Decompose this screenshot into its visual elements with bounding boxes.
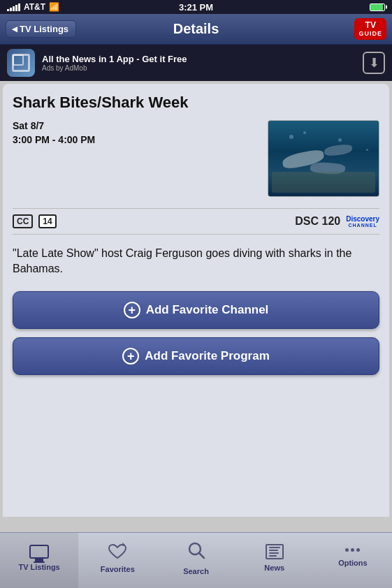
show-details: Sat 8/7 3:00 PM - 4:00 PM (13, 120, 258, 197)
tab-search-label: Search (183, 567, 209, 575)
bubble-4 (366, 149, 368, 151)
search-icon (187, 541, 206, 560)
badge-left: CC 14 (13, 214, 57, 228)
tab-bar: TV Listings + Favorites Search (0, 532, 392, 588)
news-line-4 (269, 555, 277, 557)
show-description: "Late Late Show" host Craig Ferguson goe… (13, 246, 379, 277)
favorites-heart-icon: + (107, 543, 128, 561)
tab-favorites-label: Favorites (101, 565, 135, 573)
tv-listings-icon (29, 545, 49, 559)
dot-2 (351, 548, 354, 552)
favorites-icon-wrap: + (107, 543, 128, 561)
status-bar: AT&T 📶 3:21 PM (0, 0, 392, 14)
nav-bar: TV Listings Details TV GUIDE (0, 14, 392, 45)
tv-guide-tv: TV (358, 20, 382, 30)
tab-news[interactable]: News (235, 533, 314, 588)
nav-title: Details (173, 21, 219, 37)
bubble-1 (289, 135, 293, 139)
network-sub: CHANNEL (348, 223, 377, 228)
add-favorite-program-button[interactable]: + Add Favorite Program (13, 337, 379, 375)
channel-info: DSC 120 Discovery CHANNEL (295, 215, 379, 228)
ocean-floor (272, 172, 375, 193)
ad-banner[interactable]: All the News in 1 App - Get it Free Ads … (0, 45, 392, 81)
news-icon (266, 544, 284, 559)
ad-subtitle: Ads by AdMob (42, 64, 356, 72)
signal-bars (7, 3, 20, 11)
tab-options-label: Options (338, 559, 368, 567)
news-icon-wrap (266, 544, 284, 559)
network-name: Discovery (346, 215, 379, 223)
plus-circle-channel: + (124, 302, 140, 318)
carrier-name: AT&T (24, 2, 45, 12)
tv-guide-guide: GUIDE (358, 30, 382, 38)
badges-row: CC 14 DSC 120 Discovery CHANNEL (13, 208, 379, 235)
tab-search[interactable]: Search (157, 533, 235, 588)
add-favorite-channel-button[interactable]: + Add Favorite Channel (13, 291, 379, 329)
tab-tv-listings[interactable]: TV Listings (0, 533, 78, 588)
status-time: 3:21 PM (179, 2, 213, 13)
ad-app-icon (7, 49, 35, 77)
show-day: Sat 8/7 (13, 120, 258, 131)
tab-options[interactable]: Options (314, 533, 392, 588)
battery-area (370, 3, 385, 11)
wifi-icon: 📶 (49, 2, 59, 12)
add-favorite-program-label: Add Favorite Program (145, 349, 270, 363)
back-button[interactable]: TV Listings (6, 20, 76, 38)
tab-news-label: News (264, 564, 284, 572)
tv-listings-icon-wrap (29, 545, 49, 559)
news-line-2 (269, 550, 278, 551)
discovery-logo: Discovery CHANNEL (346, 215, 379, 228)
tv-guide-logo: TV GUIDE (354, 18, 386, 40)
main-content: Shark Bites/Shark Week Sat 8/7 3:00 PM -… (3, 84, 389, 517)
ad-text: All the News in 1 App - Get it Free Ads … (42, 54, 356, 72)
tab-tv-listings-label: TV Listings (18, 563, 59, 571)
options-dots-icon (345, 548, 360, 552)
bubble-2 (303, 131, 306, 134)
ad-title: All the News in 1 App - Get it Free (42, 54, 356, 64)
rating-badge: 14 (38, 214, 56, 228)
show-time-range: 3:00 PM - 4:00 PM (13, 134, 258, 145)
tab-favorites[interactable]: + Favorites (78, 533, 157, 588)
dot-3 (356, 548, 360, 552)
show-info-row: Sat 8/7 3:00 PM - 4:00 PM (13, 120, 379, 197)
carrier-signal: AT&T 📶 (7, 2, 59, 12)
shark-3 (324, 144, 352, 156)
news-line-3 (269, 552, 279, 554)
battery-fill (370, 4, 383, 10)
battery-icon (370, 3, 385, 11)
add-favorite-channel-label: Add Favorite Channel (146, 303, 269, 317)
underwater-scene (268, 121, 379, 196)
options-icon-wrap (345, 548, 360, 552)
news-line-1 (269, 547, 280, 548)
search-icon-wrap (187, 541, 206, 563)
svg-text:+: + (121, 543, 125, 548)
bubble-3 (338, 138, 342, 142)
dot-1 (345, 548, 349, 552)
channel-number: DSC 120 (295, 215, 340, 228)
cc-badge: CC (13, 214, 33, 228)
plus-circle-program: + (122, 348, 139, 365)
ad-download-button[interactable]: ⬇ (363, 52, 385, 74)
show-title: Shark Bites/Shark Week (13, 94, 379, 112)
show-thumbnail (268, 120, 379, 197)
svg-line-2 (199, 553, 204, 558)
